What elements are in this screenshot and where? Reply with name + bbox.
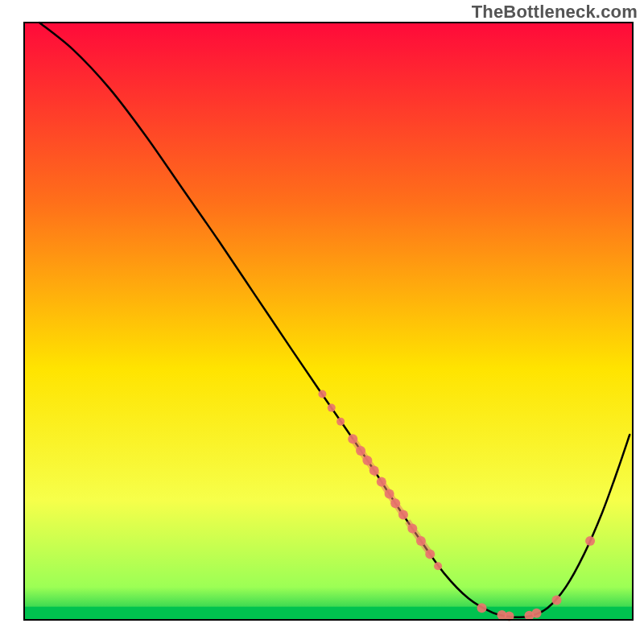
marker-dot xyxy=(552,596,562,605)
bottom-band xyxy=(24,607,633,620)
marker-dot xyxy=(398,510,408,519)
marker-dot xyxy=(416,536,426,546)
marker-dot xyxy=(585,536,595,546)
marker-dot xyxy=(407,523,417,533)
marker-dot xyxy=(425,549,435,559)
watermark-text: TheBottleneck.com xyxy=(472,2,638,23)
marker-dot xyxy=(336,418,345,426)
marker-dot xyxy=(348,434,357,444)
marker-dot xyxy=(532,609,542,618)
chart-background xyxy=(24,23,633,620)
marker-dot xyxy=(356,446,365,456)
marker-dot xyxy=(362,456,372,465)
chart-svg xyxy=(0,0,644,644)
marker-dot xyxy=(377,477,386,487)
marker-dot xyxy=(477,603,487,613)
marker-dot xyxy=(434,562,442,570)
marker-dot xyxy=(390,498,400,508)
marker-dot xyxy=(318,390,326,398)
marker-dot xyxy=(369,466,379,476)
marker-dot xyxy=(328,404,336,412)
marker-dot xyxy=(385,489,394,498)
